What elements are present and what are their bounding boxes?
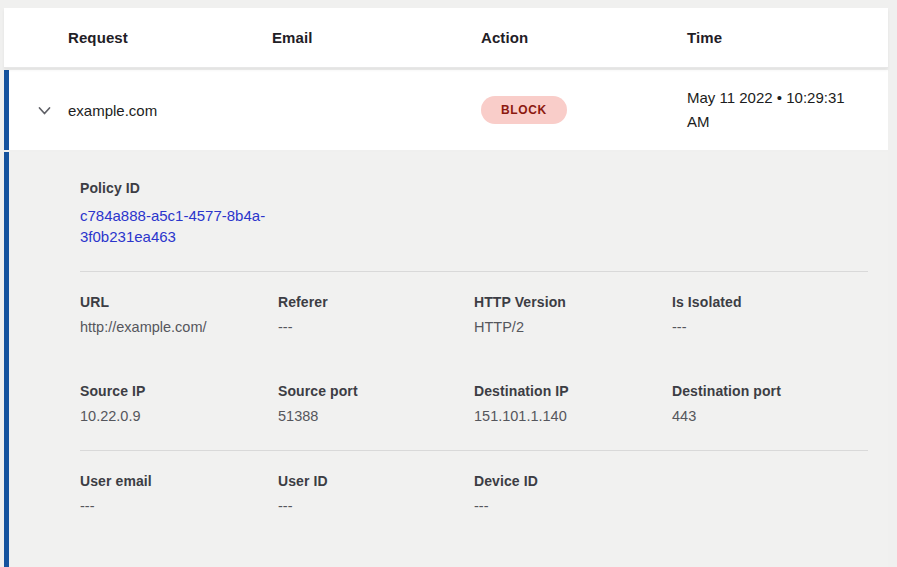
field-value: 51388	[278, 408, 474, 424]
detail-row-network: Source IP 10.22.0.9 Source port 51388 De…	[80, 361, 868, 450]
status-badge: BLOCK	[481, 96, 567, 124]
row-time-value: May 11 2022 • 10:29:31 AM	[687, 86, 872, 134]
table-header: Request Email Action Time	[4, 8, 888, 68]
field-label: HTTP Version	[474, 294, 672, 310]
detail-field-destination-ip: Destination IP 151.101.1.140	[474, 383, 672, 424]
field-value: ---	[672, 319, 868, 335]
field-label: Referer	[278, 294, 474, 310]
field-value: 443	[672, 408, 868, 424]
column-header-time: Time	[687, 29, 888, 46]
field-value: ---	[80, 498, 278, 514]
row-detail-panel: Policy ID c784a888-a5c1-4577-8b4a-3f0b23…	[4, 152, 888, 567]
table-row[interactable]: example.com BLOCK May 11 2022 • 10:29:31…	[4, 70, 888, 150]
chevron-down-icon	[36, 102, 53, 119]
row-request-value: example.com	[68, 102, 272, 119]
policy-section: Policy ID c784a888-a5c1-4577-8b4a-3f0b23…	[80, 180, 868, 257]
detail-field-http-version: HTTP Version HTTP/2	[474, 294, 672, 335]
row-action-cell: BLOCK	[481, 96, 687, 124]
field-value: ---	[278, 498, 474, 514]
field-value: 10.22.0.9	[80, 408, 278, 424]
field-value: ---	[278, 319, 474, 335]
column-header-email: Email	[272, 29, 481, 46]
field-value: http://example.com/	[80, 319, 278, 335]
detail-field-source-ip: Source IP 10.22.0.9	[80, 383, 278, 424]
field-label: User email	[80, 473, 278, 489]
detail-field-empty	[672, 473, 868, 514]
detail-field-user-email: User email ---	[80, 473, 278, 514]
field-value: HTTP/2	[474, 319, 672, 335]
field-label: Destination port	[672, 383, 868, 399]
field-label: Source port	[278, 383, 474, 399]
field-label: Device ID	[474, 473, 672, 489]
detail-field-user-id: User ID ---	[278, 473, 474, 514]
detail-field-referer: Referer ---	[278, 294, 474, 335]
field-label: Is Isolated	[672, 294, 868, 310]
log-card: Request Email Action Time example.com BL…	[4, 8, 888, 567]
detail-field-is-isolated: Is Isolated ---	[672, 294, 868, 335]
detail-field-source-port: Source port 51388	[278, 383, 474, 424]
detail-field-url: URL http://example.com/	[80, 294, 278, 335]
field-label: Source IP	[80, 383, 278, 399]
column-header-action: Action	[481, 29, 687, 46]
detail-row-user: User email --- User ID --- Device ID ---	[80, 451, 868, 540]
detail-row-http: URL http://example.com/ Referer --- HTTP…	[80, 272, 868, 361]
field-label: Destination IP	[474, 383, 672, 399]
row-expand-toggle[interactable]	[9, 102, 68, 119]
detail-field-destination-port: Destination port 443	[672, 383, 868, 424]
field-value: 151.101.1.140	[474, 408, 672, 424]
policy-id-link[interactable]: c784a888-a5c1-4577-8b4a-3f0b231ea463	[80, 205, 280, 247]
column-header-request: Request	[68, 29, 272, 46]
field-label: User ID	[278, 473, 474, 489]
policy-id-label: Policy ID	[80, 180, 868, 196]
field-label: URL	[80, 294, 278, 310]
detail-field-device-id: Device ID ---	[474, 473, 672, 514]
field-value: ---	[474, 498, 672, 514]
